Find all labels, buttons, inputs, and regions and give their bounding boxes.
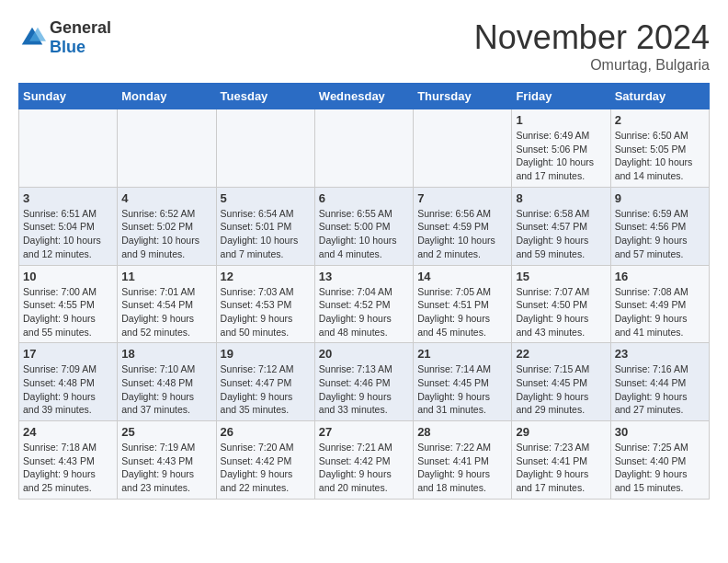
logo: General Blue: [18, 18, 111, 57]
week-row-5: 24Sunrise: 7:18 AMSunset: 4:43 PMDayligh…: [19, 421, 710, 500]
day-detail: Sunrise: 7:03 AMSunset: 4:53 PMDaylight:…: [221, 285, 311, 339]
day-number: 3: [23, 191, 113, 205]
table-cell: [19, 109, 118, 188]
day-detail: Sunrise: 7:19 AMSunset: 4:43 PMDaylight:…: [121, 441, 211, 495]
day-number: 30: [615, 425, 705, 439]
day-detail: Sunrise: 7:16 AMSunset: 4:44 PMDaylight:…: [615, 362, 705, 417]
title-area: November 2024 Omurtag, Bulgaria: [474, 18, 710, 74]
day-number: 9: [615, 191, 705, 205]
day-number: 18: [121, 347, 211, 361]
day-detail: Sunrise: 6:55 AMSunset: 5:00 PMDaylight:…: [319, 207, 409, 261]
week-row-4: 17Sunrise: 7:09 AMSunset: 4:48 PMDayligh…: [19, 343, 710, 421]
day-detail: Sunrise: 6:59 AMSunset: 4:56 PMDaylight:…: [615, 207, 705, 261]
table-cell: [314, 109, 413, 188]
day-number: 21: [417, 347, 507, 361]
table-cell: 3Sunrise: 6:51 AMSunset: 5:04 PMDaylight…: [19, 187, 118, 265]
day-number: 23: [615, 347, 705, 361]
table-cell: 19Sunrise: 7:12 AMSunset: 4:47 PMDayligh…: [216, 343, 314, 421]
table-cell: 16Sunrise: 7:08 AMSunset: 4:49 PMDayligh…: [610, 265, 709, 343]
table-cell: 17Sunrise: 7:09 AMSunset: 4:48 PMDayligh…: [19, 343, 118, 421]
day-number: 28: [417, 425, 507, 439]
table-cell: 29Sunrise: 7:23 AMSunset: 4:41 PMDayligh…: [512, 421, 610, 500]
table-cell: 7Sunrise: 6:56 AMSunset: 4:59 PMDaylight…: [414, 187, 512, 265]
week-row-2: 3Sunrise: 6:51 AMSunset: 5:04 PMDaylight…: [19, 187, 710, 265]
day-number: 17: [23, 347, 113, 361]
logo-general: General: [50, 18, 111, 37]
day-detail: Sunrise: 7:22 AMSunset: 4:41 PMDaylight:…: [417, 441, 507, 495]
day-number: 1: [516, 113, 606, 127]
calendar-header: SundayMondayTuesdayWednesdayThursdayFrid…: [19, 84, 710, 109]
day-number: 20: [319, 347, 409, 361]
day-number: 16: [615, 270, 705, 283]
table-cell: 28Sunrise: 7:22 AMSunset: 4:41 PMDayligh…: [414, 421, 512, 500]
table-cell: 13Sunrise: 7:04 AMSunset: 4:52 PMDayligh…: [314, 265, 413, 343]
calendar-table: SundayMondayTuesdayWednesdayThursdayFrid…: [18, 83, 710, 500]
table-cell: 21Sunrise: 7:14 AMSunset: 4:45 PMDayligh…: [414, 343, 512, 421]
table-cell: 20Sunrise: 7:13 AMSunset: 4:46 PMDayligh…: [314, 343, 413, 421]
page-header: General Blue November 2024 Omurtag, Bulg…: [18, 18, 710, 74]
logo-icon: [18, 24, 46, 52]
month-title: November 2024: [474, 18, 710, 57]
day-number: 19: [221, 347, 311, 361]
table-cell: 8Sunrise: 6:58 AMSunset: 4:57 PMDaylight…: [512, 187, 610, 265]
table-cell: 26Sunrise: 7:20 AMSunset: 4:42 PMDayligh…: [216, 421, 314, 500]
table-cell: [414, 109, 512, 188]
table-cell: 11Sunrise: 7:01 AMSunset: 4:54 PMDayligh…: [118, 265, 216, 343]
table-cell: 23Sunrise: 7:16 AMSunset: 4:44 PMDayligh…: [610, 343, 709, 421]
day-number: 6: [319, 191, 409, 205]
table-cell: 12Sunrise: 7:03 AMSunset: 4:53 PMDayligh…: [216, 265, 314, 343]
table-cell: 6Sunrise: 6:55 AMSunset: 5:00 PMDaylight…: [314, 187, 413, 265]
day-detail: Sunrise: 7:04 AMSunset: 4:52 PMDaylight:…: [319, 285, 409, 339]
logo-blue: Blue: [50, 38, 85, 56]
table-cell: 18Sunrise: 7:10 AMSunset: 4:48 PMDayligh…: [118, 343, 216, 421]
day-number: 7: [417, 191, 507, 205]
table-cell: 1Sunrise: 6:49 AMSunset: 5:06 PMDaylight…: [512, 109, 610, 188]
day-detail: Sunrise: 7:18 AMSunset: 4:43 PMDaylight:…: [23, 441, 113, 495]
day-detail: Sunrise: 7:20 AMSunset: 4:42 PMDaylight:…: [221, 441, 311, 495]
day-detail: Sunrise: 7:23 AMSunset: 4:41 PMDaylight:…: [516, 441, 606, 495]
weekday-header-monday: Monday: [118, 84, 216, 109]
day-detail: Sunrise: 6:52 AMSunset: 5:02 PMDaylight:…: [121, 207, 211, 261]
table-cell: 2Sunrise: 6:50 AMSunset: 5:05 PMDaylight…: [610, 109, 709, 188]
day-number: 27: [319, 425, 409, 439]
day-detail: Sunrise: 7:09 AMSunset: 4:48 PMDaylight:…: [23, 362, 113, 417]
weekday-header-tuesday: Tuesday: [216, 84, 314, 109]
table-cell: 9Sunrise: 6:59 AMSunset: 4:56 PMDaylight…: [610, 187, 709, 265]
table-cell: 25Sunrise: 7:19 AMSunset: 4:43 PMDayligh…: [118, 421, 216, 500]
day-detail: Sunrise: 6:54 AMSunset: 5:01 PMDaylight:…: [221, 207, 311, 261]
day-detail: Sunrise: 7:25 AMSunset: 4:40 PMDaylight:…: [615, 441, 705, 495]
table-cell: 5Sunrise: 6:54 AMSunset: 5:01 PMDaylight…: [216, 187, 314, 265]
location-title: Omurtag, Bulgaria: [474, 57, 710, 74]
table-cell: 22Sunrise: 7:15 AMSunset: 4:45 PMDayligh…: [512, 343, 610, 421]
table-cell: 30Sunrise: 7:25 AMSunset: 4:40 PMDayligh…: [610, 421, 709, 500]
table-cell: [118, 109, 216, 188]
table-cell: [216, 109, 314, 188]
day-number: 29: [516, 425, 606, 439]
day-detail: Sunrise: 7:12 AMSunset: 4:47 PMDaylight:…: [221, 362, 311, 417]
day-detail: Sunrise: 6:51 AMSunset: 5:04 PMDaylight:…: [23, 207, 113, 261]
day-number: 5: [221, 191, 311, 205]
day-detail: Sunrise: 7:07 AMSunset: 4:50 PMDaylight:…: [516, 285, 606, 339]
day-number: 2: [615, 113, 705, 127]
day-detail: Sunrise: 7:21 AMSunset: 4:42 PMDaylight:…: [319, 441, 409, 495]
day-number: 15: [516, 270, 606, 283]
day-detail: Sunrise: 7:08 AMSunset: 4:49 PMDaylight:…: [615, 285, 705, 339]
day-detail: Sunrise: 6:56 AMSunset: 4:59 PMDaylight:…: [417, 207, 507, 261]
table-cell: 10Sunrise: 7:00 AMSunset: 4:55 PMDayligh…: [19, 265, 118, 343]
day-number: 26: [221, 425, 311, 439]
day-number: 13: [319, 270, 409, 283]
day-number: 24: [23, 425, 113, 439]
day-number: 14: [417, 270, 507, 283]
weekday-header-thursday: Thursday: [414, 84, 512, 109]
calendar-body: 1Sunrise: 6:49 AMSunset: 5:06 PMDaylight…: [19, 109, 710, 500]
day-number: 25: [121, 425, 211, 439]
weekday-header-row: SundayMondayTuesdayWednesdayThursdayFrid…: [19, 84, 710, 109]
table-cell: 27Sunrise: 7:21 AMSunset: 4:42 PMDayligh…: [314, 421, 413, 500]
day-number: 11: [121, 270, 211, 283]
day-number: 8: [516, 191, 606, 205]
day-detail: Sunrise: 7:13 AMSunset: 4:46 PMDaylight:…: [319, 362, 409, 417]
week-row-3: 10Sunrise: 7:00 AMSunset: 4:55 PMDayligh…: [19, 265, 710, 343]
day-detail: Sunrise: 7:15 AMSunset: 4:45 PMDaylight:…: [516, 362, 606, 417]
day-number: 10: [23, 270, 113, 283]
weekday-header-friday: Friday: [512, 84, 610, 109]
